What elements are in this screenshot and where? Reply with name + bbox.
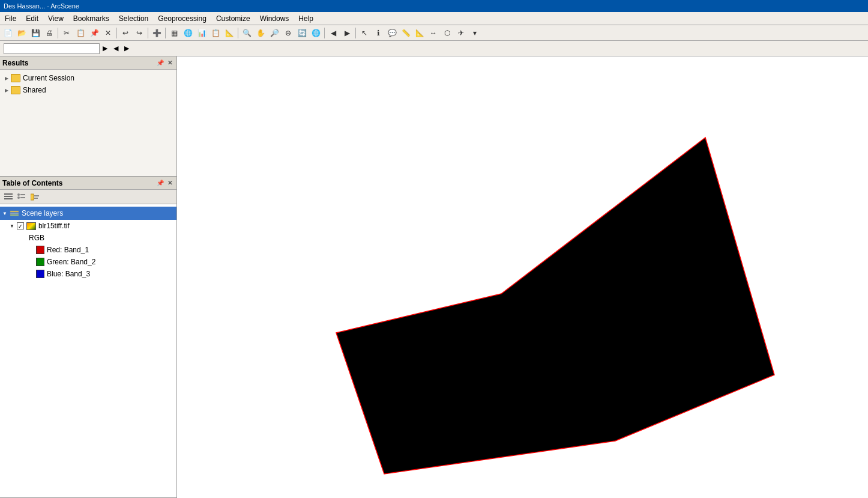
menu-file[interactable]: File: [0, 13, 21, 24]
toc-content: ▼ Scene layers ▼ ✓ blr15tiff.tif: [0, 204, 176, 497]
layer-button[interactable]: 📊: [195, 26, 208, 40]
undo-button[interactable]: ↩: [119, 26, 132, 40]
tree-item-current-session[interactable]: ▶ Current Session: [0, 72, 176, 84]
blr-raster-icon: [26, 222, 36, 230]
paste-button[interactable]: 📌: [88, 26, 101, 40]
toc-panel: Table of Contents 📌 ✕: [0, 177, 176, 498]
menu-customize[interactable]: Customize: [211, 13, 255, 24]
results-title: Results: [2, 59, 28, 67]
toc-green-band: Green: Band_2: [0, 256, 176, 268]
zoom-in-button[interactable]: 🔎: [268, 26, 281, 40]
expand-arrow-session: ▶: [5, 76, 8, 81]
redo-button[interactable]: ↪: [133, 26, 146, 40]
delete-button[interactable]: ✕: [101, 26, 115, 40]
toc-pin-icon[interactable]: 📌: [156, 179, 164, 187]
zoom-out-button[interactable]: ⊖: [282, 26, 295, 40]
folder-icon-session: [11, 74, 20, 82]
more-button[interactable]: ▾: [468, 26, 481, 40]
navigate-button[interactable]: ✋: [254, 26, 267, 40]
save-button[interactable]: 💾: [29, 26, 42, 40]
scene-layers-expand-arrow: ▼: [2, 211, 7, 216]
main-layout: Results 📌 ✕ ▶ Current Session ▶ Shared: [0, 56, 868, 498]
svg-rect-0: [4, 193, 13, 195]
toc-layer-blr15tiff[interactable]: ▼ ✓ blr15tiff.tif: [0, 220, 176, 232]
separator-4: [165, 28, 166, 38]
blr-checkbox[interactable]: ✓: [17, 222, 24, 229]
menu-edit[interactable]: Edit: [21, 13, 43, 24]
menu-bookmarks[interactable]: Bookmarks: [68, 13, 114, 24]
toc-toolbar: [0, 190, 176, 204]
scene-layers-icon: [10, 209, 19, 217]
copy-button[interactable]: 📋: [74, 26, 87, 40]
blue-label: Blue: Band_3: [47, 270, 90, 278]
print-button[interactable]: 🖨: [43, 26, 56, 40]
red-label: Red: Band_1: [47, 246, 89, 254]
results-panel: Results 📌 ✕ ▶ Current Session ▶ Shared: [0, 56, 176, 177]
separator-7: [355, 28, 356, 38]
toc-rgb-item: RGB: [0, 232, 176, 244]
globe-button[interactable]: 🌐: [309, 26, 322, 40]
svg-rect-7: [31, 194, 34, 200]
toc-scene-layers-item[interactable]: ▼ Scene layers: [0, 207, 176, 220]
toc-header-icons: 📌 ✕: [156, 179, 174, 187]
new-button[interactable]: 📄: [1, 26, 14, 40]
svg-rect-10: [10, 211, 19, 212]
search-toolbar: ▶ ◀ ▶: [0, 41, 868, 56]
forward-button[interactable]: ▶: [340, 26, 354, 40]
svg-point-5: [17, 196, 20, 199]
rgb-label: RGB: [29, 234, 44, 242]
toc-source-view-button[interactable]: [16, 191, 28, 203]
table-button[interactable]: 📋: [209, 26, 222, 40]
search-prev-button[interactable]: ◀: [110, 43, 121, 54]
search-go-button[interactable]: ▶: [100, 43, 110, 54]
identify-button[interactable]: ℹ: [372, 26, 385, 40]
title-bar: Des Hassan... - ArcScene: [0, 0, 868, 12]
menu-view[interactable]: View: [43, 13, 68, 24]
search-container: [4, 43, 100, 54]
back-button[interactable]: ◀: [327, 26, 340, 40]
viewport[interactable]: [177, 56, 868, 498]
green-swatch: [36, 258, 44, 266]
search-input[interactable]: [4, 45, 88, 52]
menu-windows[interactable]: Windows: [255, 13, 294, 24]
flyby-button[interactable]: ✈: [454, 26, 468, 40]
toc-list-view-button[interactable]: [2, 191, 14, 203]
menu-bar: File Edit View Bookmarks Selection Geopr…: [0, 12, 868, 25]
svg-rect-1: [4, 196, 13, 197]
open-button[interactable]: 📂: [15, 26, 28, 40]
layout-view-button[interactable]: 📐: [223, 26, 236, 40]
cut-button[interactable]: ✂: [60, 26, 73, 40]
results-pin-icon[interactable]: 📌: [156, 59, 164, 67]
scene-props-button[interactable]: 🌐: [181, 26, 194, 40]
info-button[interactable]: 💬: [385, 26, 399, 40]
svg-rect-8: [34, 195, 39, 196]
3d-button[interactable]: ⬡: [441, 26, 454, 40]
red-swatch: [36, 246, 44, 254]
zoom-full-button[interactable]: 🔍: [240, 26, 253, 40]
menu-selection[interactable]: Selection: [114, 13, 153, 24]
blr-layer-label: blr15tiff.tif: [38, 222, 70, 230]
rotate-button[interactable]: 🔄: [295, 26, 309, 40]
direction-button[interactable]: ↔: [427, 26, 440, 40]
blue-swatch: [36, 270, 44, 278]
add-data-button[interactable]: ➕: [150, 26, 163, 40]
search-next-button[interactable]: ▶: [121, 43, 132, 54]
map-extent-button[interactable]: ▦: [167, 26, 181, 40]
left-panels: Results 📌 ✕ ▶ Current Session ▶ Shared: [0, 56, 177, 498]
svg-rect-11: [10, 213, 19, 214]
tree-item-shared[interactable]: ▶ Shared: [0, 84, 176, 96]
select-button[interactable]: ↖: [358, 26, 371, 40]
green-label: Green: Band_2: [47, 258, 95, 266]
measure-button[interactable]: 📏: [399, 26, 412, 40]
separator-6: [324, 28, 325, 38]
toc-close-icon[interactable]: ✕: [166, 179, 174, 187]
scene-svg: [177, 56, 868, 498]
menu-geoprocessing[interactable]: Geoprocessing: [153, 13, 211, 24]
toc-red-band: Red: Band_1: [0, 244, 176, 256]
results-header: Results 📌 ✕: [0, 56, 176, 70]
toc-visibility-view-button[interactable]: [29, 191, 41, 203]
toc-blue-band: Blue: Band_3: [0, 268, 176, 280]
results-close-icon[interactable]: ✕: [166, 59, 174, 67]
menu-help[interactable]: Help: [294, 13, 318, 24]
ruler-button[interactable]: 📐: [413, 26, 426, 40]
